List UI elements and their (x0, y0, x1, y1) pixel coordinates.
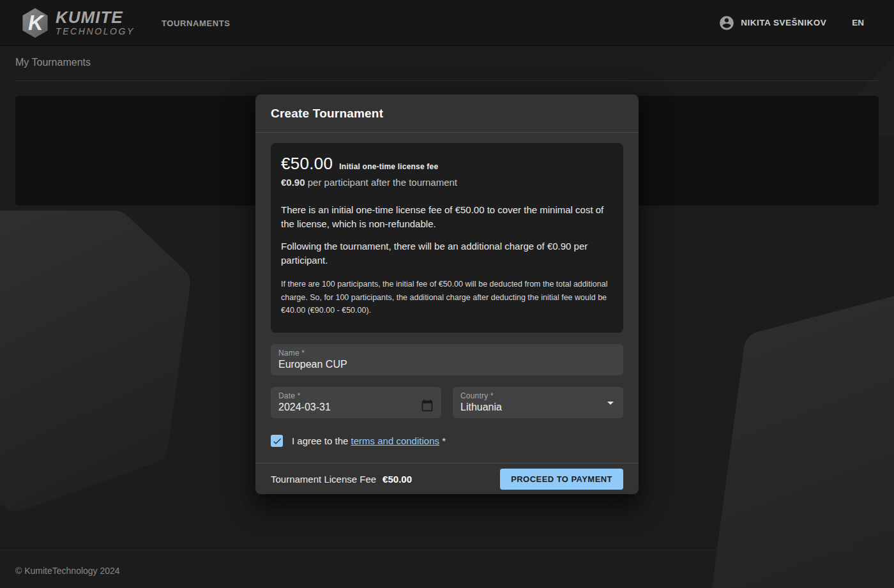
title-divider (15, 80, 879, 81)
modal-body: €50.00 Initial one-time license fee €0.9… (255, 133, 639, 447)
footer-divider (0, 550, 894, 550)
terms-required-asterisk: * (439, 435, 446, 446)
name-field-value: European CUP (278, 359, 616, 370)
copyright-text: © KumiteTechnology 2024 (15, 566, 120, 576)
header-right: NIKITA SVEŠNIKOV EN (718, 15, 864, 31)
fee-paragraph-2: Following the tournament, there will be … (281, 239, 613, 268)
date-field[interactable]: Date * 2024-03-31 (271, 387, 441, 418)
per-participant-caption: per participant after the tournament (305, 177, 457, 188)
logo-brand: KUMITE (56, 9, 135, 26)
fee-info-box: €50.00 Initial one-time license fee €0.9… (271, 143, 623, 333)
page-title: My Tournaments (15, 57, 91, 68)
fee-paragraph-1: There is an initial one-time license fee… (281, 203, 613, 231)
license-fee-value: €50.00 (383, 474, 412, 485)
country-select[interactable]: Country * Lithuania (453, 387, 623, 418)
name-field[interactable]: Name * European CUP (271, 344, 623, 375)
modal-title: Create Tournament (271, 107, 383, 120)
proceed-to-payment-button[interactable]: PROCEED TO PAYMENT (500, 469, 623, 490)
date-field-value: 2024-03-31 (278, 402, 434, 413)
checkmark-icon (272, 436, 282, 446)
terms-label: I agree to the terms and conditions * (292, 435, 446, 446)
app-header: K KUMITE TECHNOLOGY TOURNAMENTS NIKITA S… (0, 0, 894, 46)
user-menu[interactable]: NIKITA SVEŠNIKOV (718, 15, 826, 31)
background-hexagon-left (0, 203, 211, 522)
initial-fee-amount: €50.00 (281, 154, 333, 174)
terms-checkbox[interactable] (271, 435, 283, 447)
user-name: NIKITA SVEŠNIKOV (741, 18, 826, 27)
logo-subtitle: TECHNOLOGY (56, 27, 135, 36)
fee-paragraph-3: If there are 100 participants, the initi… (281, 278, 613, 317)
date-field-label: Date * (278, 391, 434, 400)
terms-row: I agree to the terms and conditions * (271, 435, 623, 447)
create-tournament-modal: Create Tournament €50.00 Initial one-tim… (255, 94, 639, 494)
terms-and-conditions-link[interactable]: terms and conditions (351, 435, 439, 446)
license-fee-label: Tournament License Fee (271, 474, 376, 485)
calendar-icon[interactable] (421, 399, 434, 412)
logo-hexagon-icon: K (20, 7, 50, 39)
date-country-row: Date * 2024-03-31 Country * Lithuania (271, 387, 623, 418)
logo-text: KUMITE TECHNOLOGY (56, 9, 135, 36)
logo-letter: K (28, 11, 45, 34)
country-select-label: Country * (460, 391, 616, 400)
modal-header: Create Tournament (255, 94, 639, 133)
modal-footer: Tournament License Fee €50.00 PROCEED TO… (255, 463, 639, 494)
language-switcher[interactable]: EN (852, 18, 864, 27)
chevron-down-icon[interactable] (603, 395, 618, 411)
nav-item-tournaments[interactable]: TOURNAMENTS (162, 19, 230, 28)
brand-logo[interactable]: K KUMITE TECHNOLOGY (20, 7, 135, 39)
initial-fee-caption: Initial one-time license fee (339, 162, 438, 171)
initial-fee-line: €50.00 Initial one-time license fee (281, 154, 613, 174)
per-participant-line: €0.90 per participant after the tourname… (281, 177, 613, 188)
account-circle-icon (718, 15, 735, 31)
name-field-label: Name * (278, 349, 616, 358)
license-fee-summary: Tournament License Fee €50.00 (271, 474, 412, 485)
main-nav: TOURNAMENTS (162, 17, 230, 29)
terms-prefix: I agree to the (292, 435, 351, 446)
per-participant-amount: €0.90 (281, 177, 305, 188)
background-hexagon-right (688, 289, 894, 588)
country-select-value: Lithuania (460, 402, 616, 413)
